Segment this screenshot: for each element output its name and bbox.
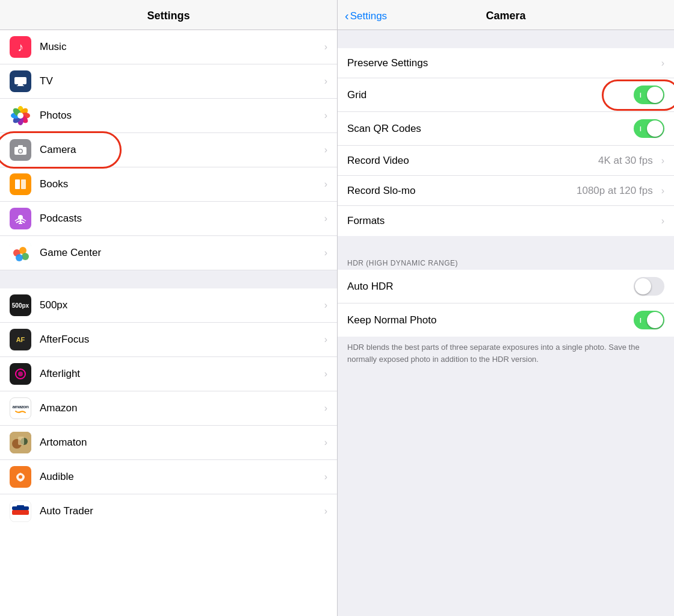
- afterlight-icon: [10, 363, 31, 385]
- recordslomo-value: 1080p at 120 fps: [577, 185, 653, 197]
- svg-point-35: [19, 475, 22, 479]
- back-button[interactable]: ‹ Settings: [345, 9, 387, 23]
- preserve-label: Preserve Settings: [347, 57, 657, 69]
- svg-point-28: [16, 254, 23, 261]
- autotrader-label: Auto Trader: [40, 505, 320, 517]
- back-label: Settings: [350, 10, 387, 22]
- keepnormal-toggle[interactable]: I: [634, 311, 664, 329]
- svg-rect-18: [15, 179, 20, 189]
- scanqr-label: Scan QR Codes: [347, 123, 634, 135]
- toggle-knob: [647, 87, 663, 103]
- chevron-icon: ›: [661, 216, 664, 226]
- chevron-icon: ›: [324, 179, 327, 190]
- books-label: Books: [40, 178, 320, 190]
- svg-rect-17: [18, 145, 23, 148]
- audible-label: Audible: [40, 471, 320, 483]
- svg-rect-38: [17, 505, 24, 508]
- chevron-icon: ›: [324, 471, 327, 482]
- svg-point-30: [18, 372, 23, 376]
- record-video-item[interactable]: Record Video 4K at 30 fps ›: [338, 146, 674, 176]
- back-chevron-icon: ‹: [345, 9, 349, 23]
- chevron-icon: ›: [661, 58, 664, 69]
- svg-rect-0: [14, 77, 26, 84]
- recordvideo-label: Record Video: [347, 155, 598, 167]
- right-header: ‹ Settings Camera: [338, 0, 674, 30]
- photos-icon: [10, 105, 31, 126]
- sidebar-item-gamecenter[interactable]: Game Center ›: [0, 236, 337, 270]
- music-icon: ♪: [10, 36, 31, 58]
- amazon-label: Amazon: [40, 402, 320, 414]
- sidebar-item-audible[interactable]: Audible ›: [0, 460, 337, 494]
- grid-label: Grid: [347, 89, 634, 101]
- camera-icon: [10, 139, 31, 161]
- sidebar-item-autotrader[interactable]: Auto Trader ›: [0, 494, 337, 528]
- sidebar-item-afterlight[interactable]: Afterlight ›: [0, 357, 337, 391]
- grid-toggle[interactable]: I: [634, 86, 664, 104]
- sidebar-item-podcasts[interactable]: Podcasts ›: [0, 202, 337, 236]
- keepnormal-label: Keep Normal Photo: [347, 314, 634, 326]
- svg-point-27: [22, 253, 29, 260]
- chevron-icon: ›: [324, 369, 327, 379]
- auto-hdr-item[interactable]: Auto HDR: [338, 270, 674, 303]
- autohdr-toggle[interactable]: [634, 277, 664, 296]
- audible-icon: [10, 466, 31, 488]
- hdr-description: HDR blends the best parts of three separ…: [338, 337, 674, 375]
- sidebar-item-photos[interactable]: Photos ›: [0, 99, 337, 133]
- sidebar-item-camera[interactable]: Camera ›: [0, 133, 337, 167]
- sidebar-item-amazon[interactable]: amazon Amazon ›: [0, 391, 337, 426]
- hdr-description-text: HDR blends the best parts of three separ…: [347, 343, 640, 364]
- sidebar-item-artomaton[interactable]: Artomaton ›: [0, 426, 337, 460]
- chevron-icon: ›: [324, 334, 327, 345]
- 500px-label: 500px: [40, 299, 320, 311]
- gamecenter-label: Game Center: [40, 247, 320, 259]
- scan-qr-item[interactable]: Scan QR Codes I: [338, 112, 674, 146]
- preserve-settings-item[interactable]: Preserve Settings ›: [338, 48, 674, 78]
- grid-item[interactable]: Grid I: [338, 78, 674, 112]
- svg-rect-1: [18, 84, 23, 86]
- keep-normal-photo-item[interactable]: Keep Normal Photo I: [338, 303, 674, 337]
- chevron-icon: ›: [324, 76, 327, 87]
- formats-item[interactable]: Formats ›: [338, 206, 674, 236]
- right-title: Camera: [486, 10, 525, 22]
- chevron-icon: ›: [661, 155, 664, 166]
- podcasts-icon: [10, 208, 31, 229]
- sidebar-item-500px[interactable]: 500px 500px ›: [0, 288, 337, 323]
- svg-point-16: [19, 150, 22, 153]
- 500px-icon: 500px: [10, 294, 31, 316]
- music-label: Music: [40, 41, 320, 53]
- settings-list: ♪ Music › TV ›: [0, 30, 337, 616]
- camera-section-1: Preserve Settings › Grid I Scan QR Codes…: [338, 48, 674, 236]
- section-separator: [0, 270, 337, 288]
- svg-rect-36: [12, 510, 29, 515]
- mid-spacer: [338, 236, 674, 254]
- tv-icon: [10, 70, 31, 92]
- svg-rect-2: [17, 86, 24, 86]
- hdr-section: Auto HDR Keep Normal Photo I: [338, 270, 674, 337]
- scanqr-toggle[interactable]: I: [634, 119, 664, 138]
- right-content: Preserve Settings › Grid I Scan QR Codes…: [338, 30, 674, 616]
- sidebar-item-afterfocus[interactable]: AF AfterFocus ›: [0, 323, 337, 357]
- chevron-icon: ›: [324, 110, 327, 121]
- afterfocus-label: AfterFocus: [40, 334, 320, 346]
- artomaton-icon: [10, 432, 31, 453]
- hdr-section-header: HDR (HIGH DYNAMIC RANGE): [338, 254, 674, 270]
- record-slomo-item[interactable]: Record Slo-mo 1080p at 120 fps ›: [338, 176, 674, 206]
- chevron-icon: ›: [324, 403, 327, 414]
- toggle-knob: [647, 312, 663, 328]
- left-panel: Settings ♪ Music › TV ›: [0, 0, 337, 616]
- chevron-icon: ›: [324, 247, 327, 258]
- chevron-icon: ›: [324, 437, 327, 448]
- toggle-knob: [647, 120, 663, 137]
- sidebar-item-books[interactable]: Books ›: [0, 167, 337, 202]
- photos-label: Photos: [40, 110, 320, 122]
- toggle-knob: [635, 278, 651, 294]
- left-header: Settings: [0, 0, 337, 30]
- sidebar-item-music[interactable]: ♪ Music ›: [0, 30, 337, 64]
- right-panel: ‹ Settings Camera Preserve Settings › Gr…: [337, 0, 674, 616]
- chevron-icon: ›: [324, 42, 327, 52]
- tv-label: TV: [40, 75, 320, 87]
- sidebar-item-tv[interactable]: TV ›: [0, 64, 337, 99]
- afterlight-label: Afterlight: [40, 368, 320, 380]
- gamecenter-icon: [10, 242, 31, 264]
- svg-point-13: [17, 113, 23, 119]
